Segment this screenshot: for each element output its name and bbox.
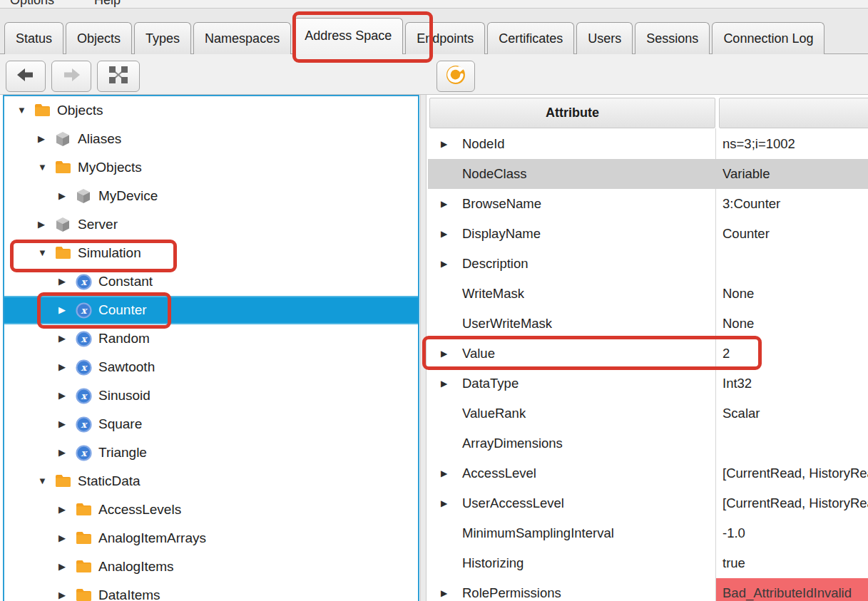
tree-item-constant[interactable]: ▶xConstant <box>4 267 418 296</box>
chevron-right-icon[interactable]: ▶ <box>58 524 66 553</box>
attribute-row-rolepermissions[interactable]: ▶RolePermissionsBad_AttributeIdInvalid <box>428 578 868 601</box>
attribute-row-arraydimensions[interactable]: ArrayDimensions <box>428 428 868 458</box>
tree-item-label: Triangle <box>98 438 147 467</box>
tab-namespaces[interactable]: Namespaces <box>193 22 291 54</box>
attribute-name: Description <box>462 249 529 279</box>
tree-item-aliases[interactable]: ▶Aliases <box>4 125 418 153</box>
tab-sessions[interactable]: Sessions <box>635 22 710 54</box>
attribute-value: Scalar <box>723 399 760 428</box>
attribute-row-minimumsamplinginterval[interactable]: MinimumSamplingInterval-1.0 <box>428 518 868 548</box>
chevron-right-icon[interactable]: ▶ <box>441 219 447 249</box>
chevron-right-icon[interactable]: ▶ <box>441 369 447 399</box>
toolbar <box>0 54 868 95</box>
variable-icon: x <box>76 359 93 375</box>
attribute-table: ▶NodeIdns=3;i=1002NodeClassVariable▶Brow… <box>428 129 868 601</box>
tree-item-mydevice[interactable]: ▶MyDevice <box>4 182 418 210</box>
chevron-right-icon[interactable]: ▶ <box>441 189 447 219</box>
chevron-right-icon[interactable]: ▶ <box>441 249 447 279</box>
chevron-right-icon[interactable]: ▶ <box>58 324 66 353</box>
tree-item-counter[interactable]: ▶xCounter <box>4 296 418 324</box>
chevron-right-icon[interactable]: ▶ <box>441 458 447 488</box>
tree-item-label: MyDevice <box>98 182 158 210</box>
node-graph-button[interactable] <box>97 61 140 92</box>
tree-item-label: Sinusoid <box>98 381 150 410</box>
chevron-right-icon[interactable]: ▶ <box>58 381 66 410</box>
panel-splitter[interactable] <box>420 95 427 601</box>
attribute-row-value[interactable]: ▶Value2 <box>428 339 868 369</box>
chevron-right-icon[interactable]: ▶ <box>38 125 45 153</box>
forward-button[interactable] <box>51 61 91 92</box>
attribute-row-writemask[interactable]: WriteMaskNone <box>428 279 868 309</box>
chevron-right-icon[interactable]: ▶ <box>58 297 66 326</box>
chevron-right-icon[interactable]: ▶ <box>58 410 66 438</box>
attribute-row-datatype[interactable]: ▶DataTypeInt32 <box>428 369 868 399</box>
tab-address-space[interactable]: Address Space <box>293 18 403 54</box>
tree-item-label: Aliases <box>78 125 121 153</box>
attribute-row-nodeclass[interactable]: NodeClassVariable <box>428 159 868 189</box>
chevron-right-icon[interactable]: ▶ <box>58 267 66 296</box>
attribute-value: Counter <box>723 219 770 249</box>
attribute-row-browsename[interactable]: ▶BrowseName3:Counter <box>428 189 868 219</box>
tab-endpoints[interactable]: Endpoints <box>405 22 485 54</box>
chevron-right-icon[interactable]: ▶ <box>441 488 447 518</box>
address-space-tree: ▼Objects▶Aliases▼MyObjects▶MyDevice▶Serv… <box>3 95 419 601</box>
chevron-down-icon[interactable]: ▼ <box>38 239 47 267</box>
object-icon <box>55 131 72 147</box>
tab-status[interactable]: Status <box>4 22 63 54</box>
chevron-right-icon[interactable]: ▶ <box>58 553 66 581</box>
chevron-down-icon[interactable]: ▼ <box>38 467 47 495</box>
tree-item-triangle[interactable]: ▶xTriangle <box>4 438 418 467</box>
tree-item-random[interactable]: ▶xRandom <box>4 324 418 353</box>
tree-item-sawtooth[interactable]: ▶xSawtooth <box>4 353 418 381</box>
menu-help[interactable]: Help <box>94 0 121 8</box>
attribute-row-displayname[interactable]: ▶DisplayNameCounter <box>428 219 868 249</box>
tree-item-sinusoid[interactable]: ▶xSinusoid <box>4 381 418 410</box>
tab-types[interactable]: Types <box>134 22 191 54</box>
refresh-attributes-button[interactable] <box>436 61 475 92</box>
tab-connection-log[interactable]: Connection Log <box>712 22 824 54</box>
chevron-right-icon[interactable]: ▶ <box>58 438 66 467</box>
tree-item-label: AnalogItemArrays <box>98 524 206 553</box>
tree-item-myobjects[interactable]: ▼MyObjects <box>4 153 418 182</box>
attribute-row-description[interactable]: ▶Description <box>428 249 868 279</box>
chevron-right-icon[interactable]: ▶ <box>441 129 447 159</box>
forward-arrow-icon <box>61 66 82 86</box>
menu-options[interactable]: Options <box>10 0 54 8</box>
chevron-right-icon[interactable]: ▶ <box>58 495 66 524</box>
attribute-row-accesslevel[interactable]: ▶AccessLevel[CurrentRead, HistoryRead] <box>428 458 868 488</box>
tree-item-server[interactable]: ▶Server <box>4 210 418 239</box>
attribute-value: ns=3;i=1002 <box>723 129 795 159</box>
back-arrow-icon <box>15 66 36 86</box>
attribute-row-useraccesslevel[interactable]: ▶UserAccessLevel[CurrentRead, HistoryRea… <box>428 488 868 518</box>
chevron-right-icon[interactable]: ▶ <box>58 581 66 601</box>
tree-item-label: Simulation <box>78 239 141 267</box>
refresh-icon <box>444 63 467 89</box>
chevron-right-icon[interactable]: ▶ <box>58 353 66 381</box>
attribute-column-header[interactable]: Attribute <box>429 98 715 128</box>
attribute-row-userwritemask[interactable]: UserWriteMaskNone <box>428 309 868 339</box>
tree-item-dataitems[interactable]: ▶DataItems <box>4 581 418 601</box>
variable-icon: x <box>76 388 93 404</box>
chevron-right-icon[interactable]: ▶ <box>441 578 447 601</box>
chevron-right-icon[interactable]: ▶ <box>441 339 447 369</box>
tree-item-simulation[interactable]: ▼Simulation <box>4 239 418 267</box>
attribute-name: Value <box>462 339 495 369</box>
tab-users[interactable]: Users <box>576 22 633 54</box>
attribute-row-nodeid[interactable]: ▶NodeIdns=3;i=1002 <box>428 129 868 159</box>
chevron-right-icon[interactable]: ▶ <box>38 210 45 239</box>
tree-item-staticdata[interactable]: ▼StaticData <box>4 467 418 495</box>
tab-certificates[interactable]: Certificates <box>487 22 574 54</box>
tree-item-analogitems[interactable]: ▶AnalogItems <box>4 553 418 581</box>
tree-item-objects[interactable]: ▼Objects <box>4 96 418 125</box>
attribute-row-historizing[interactable]: Historizingtrue <box>428 548 868 578</box>
chevron-right-icon[interactable]: ▶ <box>58 182 66 210</box>
attribute-row-valuerank[interactable]: ValueRankScalar <box>428 399 868 428</box>
chevron-down-icon[interactable]: ▼ <box>38 153 47 182</box>
back-button[interactable] <box>6 61 46 92</box>
tree-item-analogitemarrays[interactable]: ▶AnalogItemArrays <box>4 524 418 553</box>
tree-item-accesslevels[interactable]: ▶AccessLevels <box>4 495 418 524</box>
tab-objects[interactable]: Objects <box>66 22 132 54</box>
chevron-down-icon[interactable]: ▼ <box>17 96 26 125</box>
tree-item-square[interactable]: ▶xSquare <box>4 410 418 438</box>
value-column-header[interactable] <box>719 98 868 128</box>
